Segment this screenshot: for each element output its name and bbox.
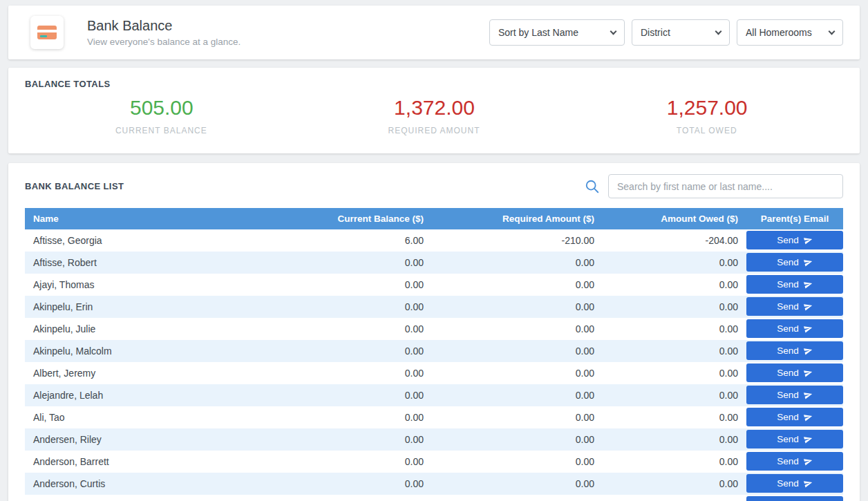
sort-select-wrap: Sort by Last Name <box>489 19 625 46</box>
filters: Sort by Last Name District All Homerooms <box>489 19 843 46</box>
send-cell: Send <box>746 318 843 340</box>
send-cell: Send <box>746 406 843 428</box>
paper-plane-icon <box>802 434 813 445</box>
student-name: Alejandre, Lelah <box>25 384 311 406</box>
send-cell: Send <box>746 229 843 252</box>
send-email-button[interactable]: Send <box>746 430 843 448</box>
send-label: Send <box>777 434 799 444</box>
col-amount-owed: Amount Owed ($) <box>603 208 746 229</box>
col-required-amount: Required Amount ($) <box>432 208 603 229</box>
paper-plane-icon <box>802 279 813 290</box>
current-balance: 0.00 <box>311 495 432 501</box>
send-email-button[interactable]: Send <box>746 231 843 249</box>
send-email-button[interactable]: Send <box>746 253 843 272</box>
current-balance: 0.00 <box>311 473 432 495</box>
student-name: Albert, Jeremy <box>25 362 311 384</box>
homerooms-select[interactable]: All Homerooms <box>737 19 843 46</box>
amount-owed: 0.00 <box>603 473 746 495</box>
send-cell: Send <box>746 252 843 274</box>
total-item: 1,372.00 REQUIRED AMOUNT <box>298 96 571 135</box>
total-label: REQUIRED AMOUNT <box>298 126 571 135</box>
student-name: Bailes, Hunter <box>25 495 311 501</box>
student-name: Aftisse, Robert <box>25 252 311 274</box>
total-value: 1,257.00 <box>570 96 843 120</box>
send-email-button[interactable]: Send <box>746 275 843 294</box>
table-body: Aftisse, Georgia 6.00 -210.00 -204.00 Se… <box>25 229 843 501</box>
send-label: Send <box>777 456 799 466</box>
send-email-button[interactable]: Send <box>746 363 843 382</box>
sort-select[interactable]: Sort by Last Name <box>489 19 625 46</box>
amount-owed: 0.00 <box>603 428 746 451</box>
required-amount: 0.00 <box>432 473 603 495</box>
required-amount: 0.00 <box>432 495 603 501</box>
table-row: Ali, Tao 0.00 0.00 0.00 Send <box>25 406 843 428</box>
send-label: Send <box>777 346 799 356</box>
page-title: Bank Balance <box>87 18 240 34</box>
required-amount: -210.00 <box>432 229 603 252</box>
amount-owed: 0.00 <box>603 406 746 428</box>
required-amount: 0.00 <box>432 340 603 362</box>
send-label: Send <box>777 478 799 489</box>
bank-balance-list-card: BANK BALANCE LIST Name Current Balance (… <box>8 163 860 501</box>
send-cell: Send <box>746 296 843 318</box>
col-parents-email: Parent(s) Email <box>746 208 843 229</box>
send-label: Send <box>777 235 799 245</box>
paper-plane-icon <box>802 235 813 246</box>
amount-owed: -204.00 <box>603 229 746 252</box>
send-email-button[interactable]: Send <box>746 341 843 360</box>
col-name: Name <box>25 208 311 229</box>
send-email-button[interactable]: Send <box>746 386 843 404</box>
paper-plane-icon <box>802 390 813 401</box>
send-email-button[interactable]: Send <box>746 496 843 501</box>
send-email-button[interactable]: Send <box>746 452 843 471</box>
paper-plane-icon <box>802 301 813 312</box>
district-select[interactable]: District <box>632 19 730 46</box>
table-row: Bailes, Hunter 0.00 0.00 0.00 Send <box>25 495 843 501</box>
table-row: Ajayi, Thomas 0.00 0.00 0.00 Send <box>25 274 843 296</box>
paper-plane-icon <box>802 346 813 357</box>
current-balance: 0.00 <box>311 318 432 340</box>
send-email-button[interactable]: Send <box>746 297 843 316</box>
search-input[interactable] <box>608 174 843 198</box>
send-email-button[interactable]: Send <box>746 408 843 426</box>
send-label: Send <box>777 301 799 312</box>
bank-balance-table: Name Current Balance ($) Required Amount… <box>25 208 843 501</box>
student-name: Ali, Tao <box>25 406 311 428</box>
table-row: Anderson, Curtis 0.00 0.00 0.00 Send <box>25 473 843 495</box>
total-item: 1,257.00 TOTAL OWED <box>570 96 843 135</box>
table-row: Akinpelu, Julie 0.00 0.00 0.00 Send <box>25 318 843 340</box>
send-cell: Send <box>746 473 843 495</box>
send-email-button[interactable]: Send <box>746 319 843 338</box>
paper-plane-icon <box>802 412 813 423</box>
page: Bank Balance View everyone's balance at … <box>0 6 868 501</box>
current-balance: 0.00 <box>311 428 432 451</box>
total-amount: 505.00 <box>130 96 194 119</box>
send-cell: Send <box>746 428 843 451</box>
required-amount: 0.00 <box>432 362 603 384</box>
student-name: Andersen, Riley <box>25 428 311 451</box>
current-balance: 0.00 <box>311 252 432 274</box>
current-balance: 0.00 <box>311 406 432 428</box>
send-cell: Send <box>746 384 843 406</box>
send-label: Send <box>777 412 799 422</box>
send-label: Send <box>777 257 799 267</box>
send-email-button[interactable]: Send <box>746 474 843 493</box>
student-name: Akinpelu, Malcolm <box>25 340 311 362</box>
student-name: Akinpelu, Erin <box>25 296 311 318</box>
required-amount: 0.00 <box>432 318 603 340</box>
send-cell: Send <box>746 495 843 501</box>
search-icon[interactable] <box>585 179 600 194</box>
send-label: Send <box>777 279 799 290</box>
bank-icon-tile <box>30 16 64 49</box>
table-header-row: Name Current Balance ($) Required Amount… <box>25 208 843 229</box>
required-amount: 0.00 <box>432 252 603 274</box>
amount-owed: 0.00 <box>603 252 746 274</box>
required-amount: 0.00 <box>432 451 603 473</box>
current-balance: 0.00 <box>311 362 432 384</box>
table-row: Akinpelu, Malcolm 0.00 0.00 0.00 Send <box>25 340 843 362</box>
current-balance: 0.00 <box>311 384 432 406</box>
total-value: 505.00 <box>25 96 298 120</box>
amount-owed: 0.00 <box>603 384 746 406</box>
amount-owed: 0.00 <box>603 451 746 473</box>
homerooms-select-wrap: All Homerooms <box>737 19 843 46</box>
